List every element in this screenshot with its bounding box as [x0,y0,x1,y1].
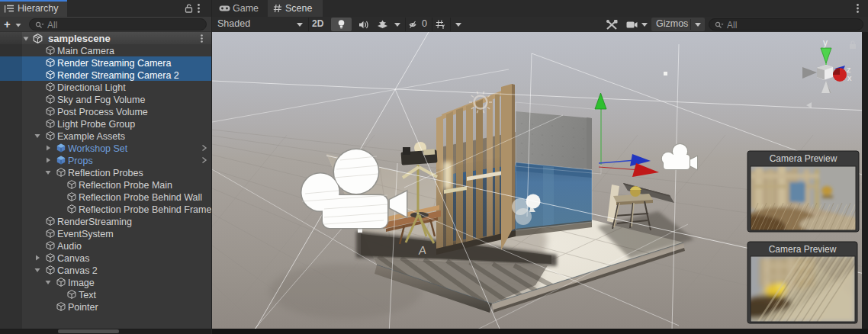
svg-text:x: x [847,73,852,82]
svg-text:A: A [417,243,427,257]
svg-text:Camera Preview: Camera Preview [769,244,837,255]
svg-text:Camera Preview: Camera Preview [770,153,837,164]
svg-text:y: y [823,37,828,48]
